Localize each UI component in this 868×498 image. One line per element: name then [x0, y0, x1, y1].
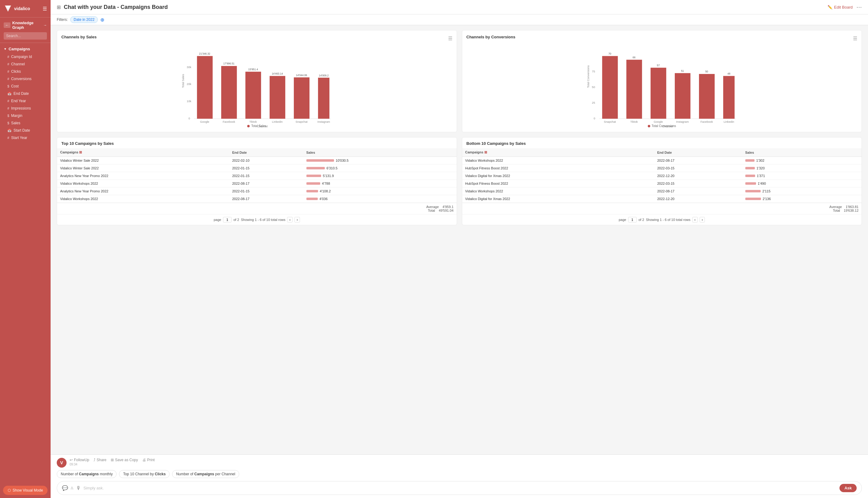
forward-arrow-icon[interactable]: → [43, 23, 47, 27]
bottom10-campaign-5: Vidalico Digital for Xmas 2022 [462, 195, 654, 203]
top10-col-campaigns: Campaigns ⊠ [57, 148, 229, 157]
sidebar-item-end-year[interactable]: #End Year [0, 97, 51, 105]
top10-next-button[interactable]: › [294, 217, 300, 222]
sidebar-item-margin[interactable]: $Margin [0, 112, 51, 119]
followup-button[interactable]: ↩ FollowUp [70, 458, 89, 462]
table-row: Analytics New Year Promo 2022 2022-01-15… [57, 187, 457, 195]
bottom10-sales-val-4: 2'115 [762, 189, 771, 193]
print-button[interactable]: 🖨 Print [142, 458, 155, 462]
bottom10-prev-button[interactable]: ‹ [692, 217, 698, 222]
item-icon-4: $ [8, 84, 9, 88]
sidebar-item-label-7: Impressions [11, 106, 31, 110]
table-row: Vidalico Digital for Xmas 2022 2022-12-2… [462, 195, 862, 203]
top10-campaign-0: Vidalico Winter Sale 2022 [57, 157, 229, 165]
bottom10-total-value: 19'638.12 [844, 209, 858, 212]
sidebar-item-start-year[interactable]: #Start Year [0, 134, 51, 142]
chart-menu-icon[interactable]: ☰ [448, 36, 452, 41]
sidebar-item-end-date[interactable]: 📅End Date [0, 90, 51, 97]
sidebar-item-label-3: Conversions [11, 77, 31, 81]
ask-button[interactable]: Ask [840, 484, 857, 492]
sidebar-items-list: #Campaign Id#Channel#Clicks#Conversions$… [0, 53, 51, 142]
back-arrow-icon[interactable]: ← [4, 22, 11, 28]
svg-rect-15 [318, 78, 330, 119]
date-filter-chip[interactable]: Date in 2022 [70, 16, 98, 23]
svg-rect-30 [602, 56, 618, 119]
save-as-copy-label: Save as Copy [115, 458, 138, 462]
show-visual-mode-button[interactable]: ⬡ Show Visual Mode [3, 486, 48, 495]
top10-bar-3 [306, 182, 320, 185]
top10-total-value: 49'591.04 [439, 209, 454, 212]
bottom10-sales-5: 2'136 [742, 195, 862, 203]
sidebar-item-campaign-id[interactable]: #Campaign Id [0, 53, 51, 61]
campaigns-nav-item[interactable]: ▼ Campaigns [0, 45, 51, 53]
top10-page-input[interactable] [223, 217, 231, 222]
save-icon: ⊞ [111, 458, 114, 462]
suggestion-chip-2[interactable]: Number of Campaigns per Channel [172, 470, 239, 478]
sidebar-item-label-1: Channel [11, 62, 25, 66]
sidebar-item-start-date[interactable]: 📅Start Date [0, 127, 51, 134]
top10-sales-5: 4'036 [303, 195, 457, 203]
top10-campaign-1: Vidalico Winter Sale 2022 [57, 165, 229, 172]
hamburger-icon[interactable]: ☰ [43, 6, 47, 12]
bottom10-average-value: 1'963.81 [846, 205, 858, 209]
svg-text:48: 48 [727, 72, 730, 75]
tables-row: Top 10 Campaigns by Sales Campaigns ⊠ En… [57, 137, 862, 225]
suggestion-chip-1[interactable]: Top 10 Channel by Clicks [119, 470, 170, 478]
sidebar-item-cost[interactable]: $Cost [0, 82, 51, 90]
sidebar-item-label-4: Cost [11, 84, 19, 88]
more-options-button[interactable]: ⋯ [856, 4, 862, 11]
microphone-icon[interactable]: 🎙 [76, 485, 81, 491]
add-filter-button[interactable]: ⊕ [100, 17, 104, 23]
sidebar-item-sales[interactable]: $Sales [0, 119, 51, 127]
svg-rect-40 [723, 76, 734, 119]
branch-icon[interactable]: ⑃ [70, 485, 74, 491]
svg-text:57: 57 [657, 64, 660, 67]
top10-sales-1: 6'310.5 [303, 165, 457, 172]
table-row: Vidalico Winter Sale 2022 2022-01-15 6'3… [57, 165, 457, 172]
item-icon-5: 📅 [8, 92, 12, 96]
sidebar-item-clicks[interactable]: #Clicks [0, 68, 51, 75]
bottom10-page-input[interactable] [628, 217, 637, 222]
sidebar-item-impressions[interactable]: #Impressions [0, 105, 51, 112]
bottom10-enddate-5: 2022-12-20 [654, 195, 742, 203]
svg-text:15'951.4: 15'951.4 [248, 68, 258, 71]
top10-campaign-2: Analytics New Year Promo 2022 [57, 172, 229, 180]
share-button[interactable]: ⤴ Share [94, 458, 106, 462]
svg-text:14'009.2: 14'009.2 [319, 74, 329, 77]
top10-enddate-5: 2022-08-17 [229, 195, 303, 203]
bottom10-col-enddate: End Date [654, 148, 742, 157]
sidebar-item-label-11: Start Year [11, 136, 27, 140]
chat-input[interactable] [83, 486, 837, 490]
top10-enddate-3: 2022-08-17 [229, 180, 303, 187]
search-input[interactable] [4, 32, 47, 40]
campaigns-section: ▼ Campaigns #Campaign Id#Channel#Clicks#… [0, 43, 51, 143]
filter-label: Filters: [57, 17, 68, 22]
svg-rect-34 [651, 68, 666, 119]
chat-area: V ↩ FollowUp ⤴ Share ⊞ Save as Copy [51, 455, 868, 498]
channels-by-sales-chart: 0 10k 20k 30k 21'346.32 17'996.51 15'951… [61, 42, 452, 122]
save-as-copy-button[interactable]: ⊞ Save as Copy [111, 458, 138, 462]
svg-text:Facebook: Facebook [223, 120, 235, 123]
main-content: ⊞ Chat with your Data - Campaigns Board … [51, 0, 868, 498]
edit-board-button[interactable]: ✏️ Edit Board [828, 5, 853, 10]
suggestion-chip-0[interactable]: Number of Campaigns monthly [57, 470, 117, 478]
bottom10-of-pages: of 2 [639, 218, 644, 222]
bottom10-title: Bottom 10 Campaigns by Sales [462, 137, 862, 148]
sidebar-item-conversions[interactable]: #Conversions [0, 75, 51, 82]
bottom10-average-label: Average [829, 205, 842, 209]
chat-bubble-icon[interactable]: 💬 [62, 485, 68, 491]
sidebar-item-channel[interactable]: #Channel [0, 61, 51, 68]
logo-text: vidalico [14, 6, 30, 11]
bottom10-next-button[interactable]: › [699, 217, 705, 222]
top10-sales-2: 5'131.9 [303, 172, 457, 180]
top10-of-pages: of 2 [233, 218, 239, 222]
top10-enddate-0: 2022-02-10 [229, 157, 303, 165]
bottom10-footer: Average 1'963.81 Total 19'638.12 [462, 203, 862, 214]
svg-text:66: 66 [632, 56, 636, 59]
conversions-chart-menu-icon[interactable]: ☰ [853, 36, 857, 41]
top10-prev-button[interactable]: ‹ [287, 217, 293, 222]
bottom10-sales-val-2: 1'371 [757, 174, 765, 178]
svg-text:70: 70 [608, 52, 611, 55]
item-icon-6: # [8, 99, 9, 103]
kg-header: ← Knowledge Graph → [4, 21, 47, 30]
